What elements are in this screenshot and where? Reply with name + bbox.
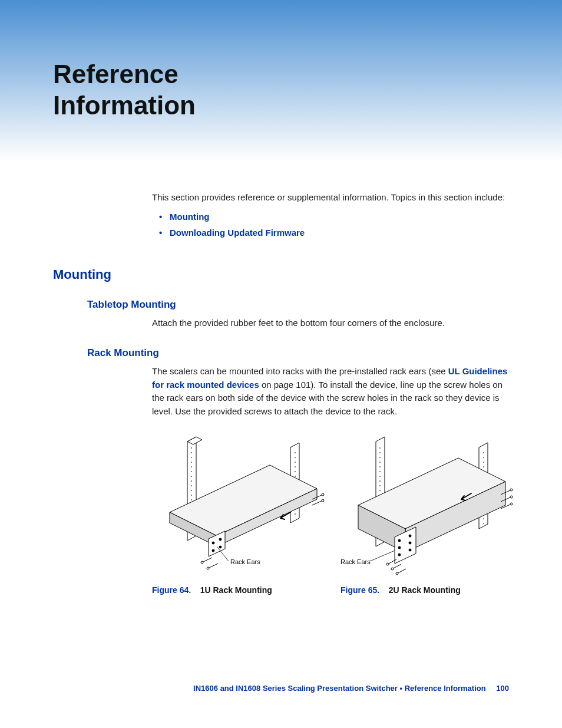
figure-65-caption: Figure 65. 2U Rack Mounting: [340, 585, 517, 595]
mounting-heading: Mounting: [53, 267, 509, 282]
rack-ears-label-1: Rack Ears: [230, 558, 260, 565]
title-line-1: Reference: [53, 60, 178, 88]
svg-point-32: [510, 496, 513, 498]
svg-point-17: [398, 539, 401, 542]
toc-list: Mounting Downloading Updated Firmware: [152, 212, 509, 238]
svg-line-25: [392, 564, 401, 569]
svg-point-4: [212, 549, 214, 552]
svg-point-24: [386, 563, 389, 565]
svg-point-21: [398, 554, 401, 556]
toc-item: Downloading Updated Firmware: [152, 228, 509, 238]
tabletop-text: Attach the provided rubber feet to the b…: [152, 317, 509, 330]
figure-2u: Rack Ears Figure 65. 2U Rack Mounting: [340, 436, 517, 595]
svg-line-8: [208, 564, 218, 568]
svg-point-2: [212, 542, 214, 544]
tabletop-heading: Tabletop Mounting: [87, 299, 509, 311]
document-page: Reference Information This section provi…: [0, 0, 562, 728]
toc-link-firmware[interactable]: Downloading Updated Firmware: [170, 228, 305, 238]
page-footer: IN1606 and IN1608 Series Scaling Present…: [193, 684, 509, 693]
figure-64-title: 1U Rack Mounting: [200, 585, 272, 595]
svg-point-20: [409, 542, 411, 544]
figures-row: Rack Ears Figure 64. 1U Rack Mounting: [152, 436, 509, 595]
svg-point-28: [396, 572, 398, 575]
rack-text: The scalers can be mounted into racks wi…: [152, 365, 509, 418]
svg-point-19: [398, 546, 401, 549]
figure-65-title: 2U Rack Mounting: [389, 585, 461, 595]
svg-line-6: [202, 558, 212, 562]
rack-2u-diagram: Rack Ears: [340, 436, 517, 577]
figure-64-caption: Figure 64. 1U Rack Mounting: [152, 585, 329, 595]
svg-point-18: [409, 535, 411, 537]
page-title: Reference Information: [53, 59, 509, 121]
rack-heading: Rack Mounting: [87, 347, 509, 359]
svg-point-7: [201, 561, 203, 564]
rack-1u-diagram: Rack Ears: [152, 436, 329, 577]
figure-65-number: Figure 65.: [340, 585, 379, 595]
svg-point-11: [322, 493, 324, 496]
svg-line-27: [397, 569, 406, 574]
intro-text: This section provides reference or suppl…: [152, 192, 509, 202]
footer-text: IN1606 and IN1608 Series Scaling Present…: [193, 684, 486, 693]
svg-point-30: [510, 489, 513, 491]
svg-line-35: [370, 551, 395, 561]
footer-page-number: 100: [496, 684, 509, 693]
svg-point-9: [207, 567, 209, 569]
figure-64-number: Figure 64.: [152, 585, 191, 595]
figure-1u: Rack Ears Figure 64. 1U Rack Mounting: [152, 436, 329, 595]
svg-point-13: [322, 499, 324, 502]
svg-point-22: [409, 549, 411, 551]
toc-link-mounting[interactable]: Mounting: [170, 212, 209, 222]
title-line-2: Information: [53, 91, 196, 120]
rack-ears-label-2: Rack Ears: [340, 558, 371, 565]
svg-line-12: [312, 500, 323, 505]
svg-point-34: [510, 503, 513, 505]
svg-point-26: [391, 568, 394, 570]
rack-text-pre: The scalers can be mounted into racks wi…: [152, 366, 448, 376]
svg-point-5: [219, 546, 222, 548]
toc-item: Mounting: [152, 212, 509, 222]
svg-point-3: [219, 538, 222, 541]
